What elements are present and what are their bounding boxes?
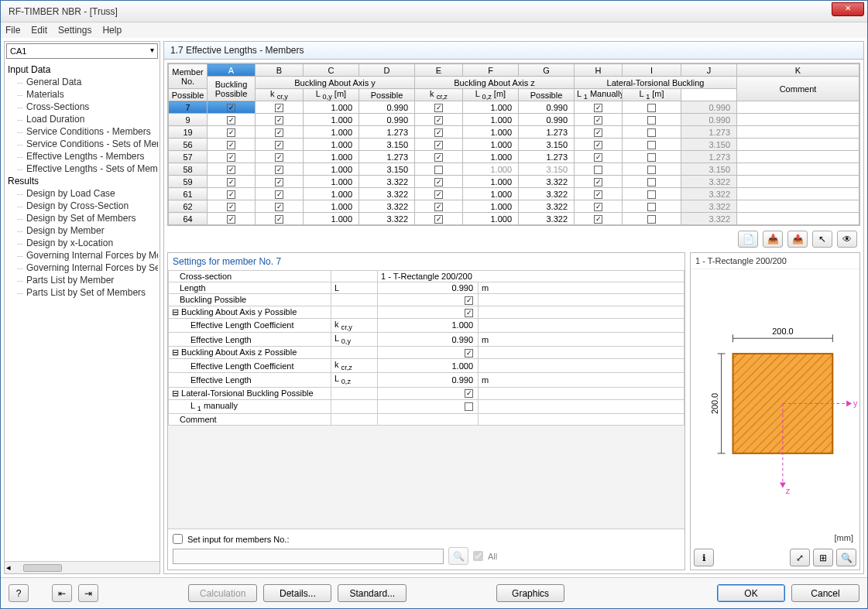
grid-cell[interactable] — [208, 213, 256, 225]
grid-cell[interactable]: 3.322 — [359, 176, 415, 188]
dimensions-button[interactable]: ⊞ — [813, 549, 833, 566]
details-button[interactable]: Details... — [263, 584, 331, 602]
col-letter[interactable]: K — [737, 64, 859, 77]
tree-item[interactable]: Design by Set of Members — [6, 212, 158, 224]
checkbox-icon[interactable] — [434, 141, 443, 149]
grid-cell[interactable]: 1.000 — [304, 126, 359, 139]
tree-item[interactable]: Cross-Sections — [6, 101, 158, 113]
grid-cell[interactable] — [208, 101, 256, 114]
grid-cell[interactable]: 1.000 — [463, 213, 519, 225]
cancel-button[interactable]: Cancel — [791, 584, 859, 602]
grid-cell[interactable]: 1.000 — [304, 213, 359, 225]
view-button[interactable]: 👁 — [837, 231, 857, 248]
grid-cell[interactable]: 62 — [169, 200, 208, 213]
next-button[interactable]: ⇥ — [78, 584, 98, 602]
checkbox-icon[interactable] — [465, 402, 473, 411]
checkbox-icon[interactable] — [647, 104, 656, 112]
checkbox-icon[interactable] — [465, 389, 473, 398]
grid-cell[interactable] — [623, 114, 681, 126]
grid-cell[interactable]: 1.000 — [304, 163, 359, 176]
grid-cell[interactable]: 56 — [169, 139, 208, 151]
grid-cell[interactable] — [737, 126, 859, 139]
grid-cell[interactable] — [208, 114, 256, 126]
grid-cell[interactable]: 1.000 — [463, 176, 519, 188]
grid-cell[interactable]: 3.322 — [519, 213, 575, 225]
col-group-y[interactable]: Buckling About Axis y — [256, 77, 415, 89]
col-group-lt[interactable]: Lateral-Torsional Buckling — [575, 77, 737, 89]
grid-cell[interactable] — [737, 101, 859, 114]
grid-cell[interactable] — [256, 163, 304, 176]
col-letter[interactable]: G — [519, 64, 575, 77]
grid-cell[interactable]: 19 — [169, 126, 208, 139]
grid-cell[interactable] — [208, 151, 256, 163]
members-input[interactable] — [173, 549, 444, 564]
checkbox-icon[interactable] — [434, 116, 443, 125]
grid-cell[interactable] — [415, 176, 463, 188]
grid-cell[interactable] — [208, 176, 256, 188]
grid-cell[interactable]: 9 — [169, 114, 208, 126]
checkbox-icon[interactable] — [434, 104, 443, 112]
col-letter[interactable]: B — [256, 64, 304, 77]
grid-cell[interactable]: 58 — [169, 163, 208, 176]
checkbox-icon[interactable] — [594, 141, 602, 149]
checkbox-icon[interactable] — [227, 141, 235, 149]
col-D[interactable]: L 0,y [m] — [304, 89, 359, 101]
grid-cell[interactable] — [415, 188, 463, 200]
excel-export-button[interactable]: 📤 — [787, 231, 808, 248]
grid-cell[interactable]: 3.322 — [519, 200, 575, 213]
grid-cell[interactable] — [208, 188, 256, 200]
print-button[interactable]: 🔍 — [836, 549, 856, 566]
grid-cell[interactable]: 3.150 — [681, 139, 737, 151]
checkbox-icon[interactable] — [434, 215, 443, 224]
grid-cell[interactable] — [623, 139, 681, 151]
col-E[interactable]: Possible — [359, 89, 415, 101]
grid-cell[interactable]: 1.273 — [359, 151, 415, 163]
calculation-button[interactable]: Calculation — [188, 584, 257, 602]
grid-cell[interactable] — [575, 151, 623, 163]
grid-cell[interactable] — [256, 151, 304, 163]
checkbox-icon[interactable] — [594, 128, 602, 137]
grid-cell[interactable]: 3.150 — [681, 163, 737, 176]
standard-button[interactable]: Standard... — [338, 584, 407, 602]
checkbox-icon[interactable] — [647, 116, 656, 125]
grid-cell[interactable]: 1.273 — [681, 151, 737, 163]
grid-cell[interactable] — [575, 139, 623, 151]
tree-item[interactable]: Effective Lengths - Members — [6, 150, 158, 163]
checkbox-icon[interactable] — [275, 116, 283, 125]
checkbox-icon[interactable] — [434, 166, 443, 174]
grid-cell[interactable] — [575, 163, 623, 176]
grid-cell[interactable] — [623, 163, 681, 176]
info-button[interactable]: ℹ — [694, 549, 714, 566]
col-I[interactable]: L 1 Manually — [575, 89, 623, 101]
grid-cell[interactable]: 1.000 — [304, 188, 359, 200]
grid-cell[interactable] — [575, 188, 623, 200]
checkbox-icon[interactable] — [647, 178, 656, 186]
grid-cell[interactable] — [575, 213, 623, 225]
col-F[interactable]: k cr,z — [415, 89, 463, 101]
grid-cell[interactable] — [256, 126, 304, 139]
col-G[interactable]: L 0,z [m] — [463, 89, 519, 101]
grid-cell[interactable] — [737, 114, 859, 126]
tree-item[interactable]: Design by Member — [6, 224, 158, 237]
grid-cell[interactable]: 3.322 — [681, 176, 737, 188]
col-letter[interactable]: F — [463, 64, 519, 77]
detail-table[interactable]: Cross-section1 - T-Rectangle 200/200 Len… — [168, 270, 684, 426]
checkbox-icon[interactable] — [275, 141, 283, 149]
checkbox-icon[interactable] — [227, 178, 235, 186]
tree-item[interactable]: Load Duration — [6, 113, 158, 125]
col-A[interactable]: Buckling Possible — [208, 77, 256, 101]
grid-cell[interactable]: 3.322 — [519, 176, 575, 188]
grid-cell[interactable] — [256, 139, 304, 151]
graphics-button[interactable]: Graphics — [496, 584, 564, 602]
checkbox-icon[interactable] — [275, 215, 283, 224]
col-K[interactable]: Comment — [737, 77, 859, 101]
checkbox-icon[interactable] — [275, 203, 283, 211]
checkbox-icon[interactable] — [594, 203, 602, 211]
excel-import-button[interactable]: 📥 — [763, 231, 783, 248]
axes-button[interactable]: ⤢ — [790, 549, 810, 566]
ok-button[interactable]: OK — [717, 584, 785, 602]
grid-cell[interactable] — [737, 163, 859, 176]
col-J[interactable]: L 1 [m] — [623, 89, 681, 101]
grid-cell[interactable]: 0.990 — [681, 101, 737, 114]
grid-cell[interactable]: 3.150 — [519, 163, 575, 176]
